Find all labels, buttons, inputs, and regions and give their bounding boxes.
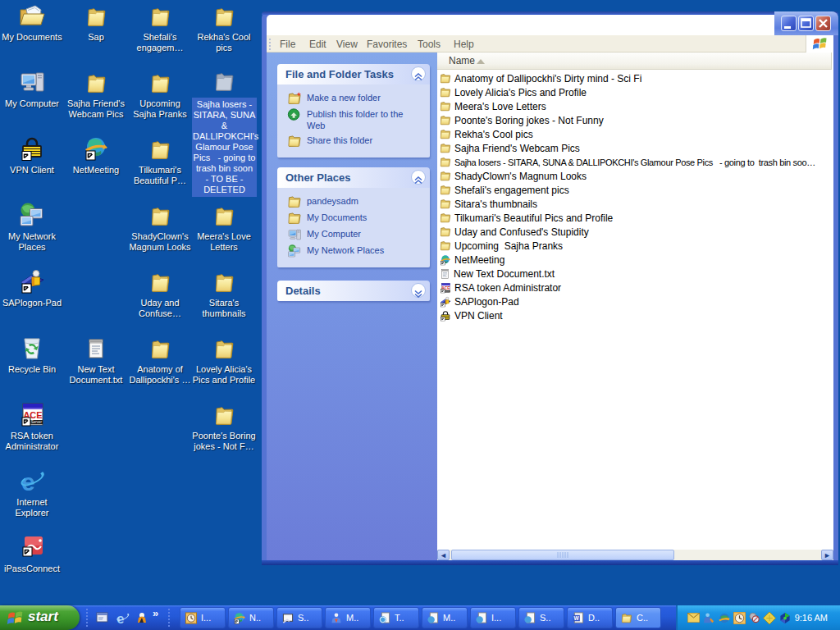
svg-text:W: W (574, 615, 580, 621)
svg-text:e: e (117, 612, 125, 625)
